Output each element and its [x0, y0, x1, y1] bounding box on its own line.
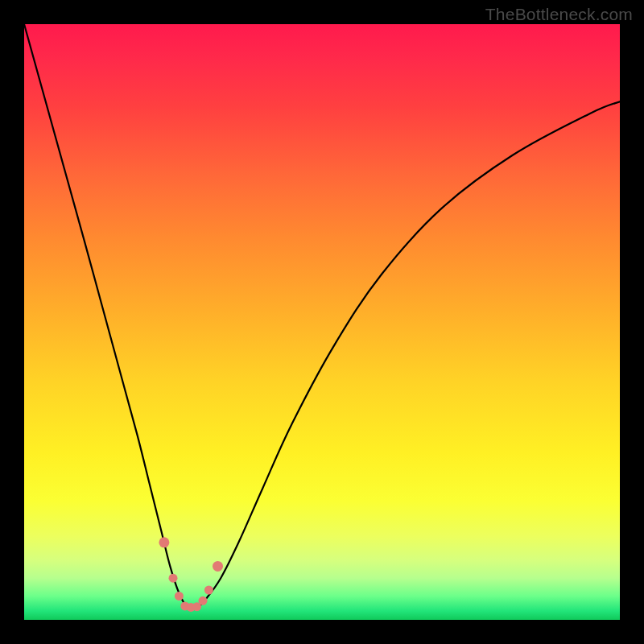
trough-marker [213, 561, 223, 572]
trough-marker [204, 586, 213, 595]
bottleneck-curve [24, 24, 620, 609]
curve-layer [24, 24, 620, 620]
trough-marker [175, 592, 184, 601]
trough-marker [199, 597, 208, 605]
trough-marker [159, 537, 169, 547]
chart-frame: TheBottleneck.com [0, 0, 644, 644]
trough-markers [159, 537, 223, 612]
plot-area [24, 24, 620, 620]
trough-marker [169, 574, 178, 583]
attribution-label: TheBottleneck.com [485, 5, 633, 24]
